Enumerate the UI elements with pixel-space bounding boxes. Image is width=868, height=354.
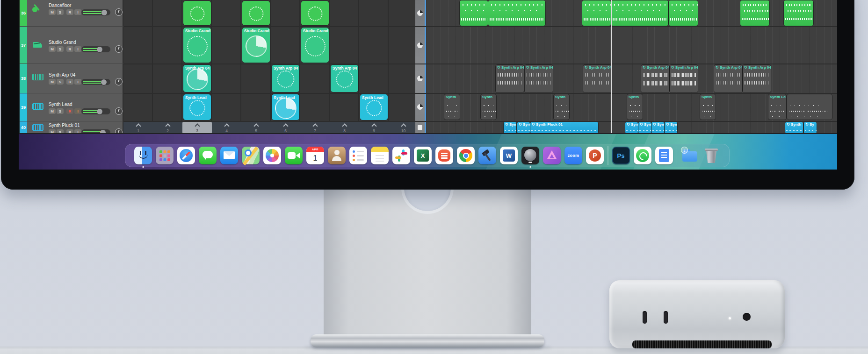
volume-thumb[interactable] (97, 47, 102, 52)
scene-stop-icon[interactable] (418, 125, 422, 130)
dock-item-downloads[interactable]: ↓ (681, 147, 699, 164)
scene-trigger-4[interactable]: 4 (212, 121, 241, 134)
mute-button[interactable]: M (49, 129, 56, 134)
dock-item-reminders[interactable] (349, 147, 367, 164)
input-monitor-button[interactable]: I (74, 129, 81, 134)
cell-progress-pie-icon[interactable] (417, 42, 423, 48)
dock-item-word[interactable]: W (500, 147, 518, 164)
record-button[interactable]: R (66, 46, 73, 52)
pan-knob[interactable] (115, 45, 123, 53)
scene-trigger-9[interactable]: 9 (359, 121, 389, 134)
scene-trigger-1[interactable]: 1 (123, 121, 153, 134)
dock-item-safari[interactable] (177, 147, 195, 164)
volume-slider[interactable] (81, 129, 110, 134)
solo-button[interactable]: S (57, 46, 64, 52)
mute-button[interactable]: M (49, 46, 56, 52)
solo-button[interactable]: S (57, 108, 64, 114)
mute-button[interactable]: M (49, 108, 56, 114)
region--synth-arp-04[interactable]: ↻ Synth Arp 04 (641, 65, 669, 92)
track-header-synth-lead[interactable]: 39Synth LeadMSRI (20, 93, 123, 121)
region-dancefloor[interactable] (784, 0, 813, 26)
dock-item-logic-pro[interactable] (521, 147, 539, 164)
cell-progress-pie-icon[interactable] (417, 76, 423, 81)
volume-thumb[interactable] (101, 79, 107, 85)
loop-cell-dancefloor-scene-5[interactable] (242, 1, 270, 25)
region--synt[interactable]: ↻ Synt (665, 122, 677, 134)
solo-button[interactable]: S (57, 9, 64, 15)
playhead[interactable] (611, 0, 612, 134)
scene-trigger-8[interactable]: 8 (330, 121, 359, 134)
volume-slider[interactable] (81, 9, 110, 15)
loop-cell-studio-grand-scene-3[interactable]: Studio Grand (183, 28, 211, 63)
region-dancefloor[interactable] (488, 0, 545, 26)
record-button[interactable]: R (66, 79, 73, 85)
track-header-studio-grand[interactable]: 37Studio GrandMSRI (20, 27, 123, 64)
input-monitor-button[interactable]: I (74, 79, 81, 85)
dock-item-zoom[interactable]: zoom (564, 147, 582, 164)
scene-trigger-2[interactable]: 2 (153, 121, 182, 134)
input-monitor-button[interactable]: I (74, 46, 81, 52)
loop-cell-dancefloor-scene-7[interactable] (301, 1, 329, 25)
region-synth[interactable]: Synth (481, 94, 496, 120)
region--synth-arp-04[interactable]: ↻ Synth Arp 04 (670, 65, 698, 92)
region--synth-arp-04[interactable]: ↻ Synth Arp 04 (743, 65, 771, 92)
dock-item-powerpoint[interactable]: P (586, 147, 604, 164)
dock-item-mail[interactable] (220, 147, 238, 164)
input-monitor-button[interactable]: I (74, 108, 81, 114)
solo-button[interactable]: S (57, 129, 64, 134)
record-button[interactable]: R (66, 108, 73, 114)
volume-slider[interactable] (81, 79, 110, 85)
record-button[interactable]: R (66, 129, 73, 134)
pan-knob[interactable] (115, 8, 123, 16)
region--synt[interactable]: ↻ Synt (517, 122, 530, 134)
region--synth[interactable]: ↻ Synth (785, 122, 803, 134)
record-button[interactable]: R (66, 9, 73, 15)
region-dancefloor[interactable] (582, 0, 611, 26)
pan-knob[interactable] (115, 128, 123, 134)
loop-cell-dancefloor-scene-3[interactable] (183, 1, 211, 25)
region--synt[interactable]: ↻ Synt (504, 122, 516, 134)
dock-item-contacts[interactable] (328, 147, 346, 164)
solo-button[interactable]: S (57, 79, 64, 85)
dock-item-excel[interactable]: X (414, 147, 432, 164)
dock-item-maps[interactable] (242, 147, 260, 164)
region--sy[interactable]: ↻ Sy (804, 122, 817, 134)
dock-item-slack[interactable] (392, 147, 410, 164)
region-dancefloor[interactable] (460, 0, 488, 26)
scene-trigger-6[interactable]: 6 (271, 121, 300, 134)
dock-item-calendar[interactable]: APR1 (306, 147, 324, 164)
dock-item-trash[interactable] (702, 147, 720, 164)
loop-cell-studio-grand-scene-5[interactable]: Studio Grand (242, 28, 270, 63)
mute-button[interactable]: M (49, 79, 56, 85)
region--synt[interactable]: ↻ Synt (638, 122, 651, 134)
region-dancefloor[interactable] (740, 0, 769, 26)
dock-item-launchpad[interactable] (156, 147, 174, 164)
region--synth-arp-04[interactable]: ↻ Synth Arp 04 (525, 65, 553, 92)
region-synth[interactable]: Synth (444, 94, 460, 120)
volume-slider[interactable] (81, 46, 110, 52)
dock-item-photoshop[interactable]: Ps (612, 147, 630, 164)
dock-item-affinity[interactable] (543, 147, 561, 164)
scene-trigger-5[interactable]: 5 (241, 121, 271, 134)
region-synth[interactable]: Synth (700, 94, 716, 120)
mute-button[interactable]: M (49, 9, 56, 15)
loop-cell-synth-arp-04-scene-3[interactable]: Synth Arp 04 (183, 65, 211, 92)
region-synth[interactable]: Synth (627, 94, 643, 120)
loop-cell-studio-grand-scene-7[interactable]: Studio Grand (301, 28, 329, 63)
region-synth-lead[interactable]: Synth Lead (768, 94, 786, 120)
region--synth-arp-04[interactable]: ↻ Synth Arp 04 (496, 65, 524, 92)
region--synth-arp-04[interactable]: ↻ Synth Arp 04 (714, 65, 742, 92)
dock-item-whatsapp[interactable] (634, 147, 651, 164)
track-header-synth-pluck-01[interactable]: 40Synth Pluck 01MSRI (20, 121, 123, 134)
dock-item-notes[interactable] (371, 147, 389, 164)
dock-item-messages[interactable] (199, 147, 217, 164)
region--synt[interactable]: ↻ Synt (651, 122, 664, 134)
scene-trigger-3[interactable]: 3 (182, 121, 212, 134)
pan-knob[interactable] (115, 78, 123, 85)
region-synth[interactable]: Synth (554, 94, 569, 120)
cell-progress-pie-icon[interactable] (417, 104, 423, 110)
dock-item-google-docs[interactable] (655, 147, 673, 164)
region--synth-pluck-01[interactable]: ↻ Synth Pluck 01 (530, 122, 598, 134)
track-header-synth-arp-04[interactable]: 38Synth Arp 04MSRI (20, 64, 123, 93)
region-synth-lead[interactable] (787, 94, 832, 120)
